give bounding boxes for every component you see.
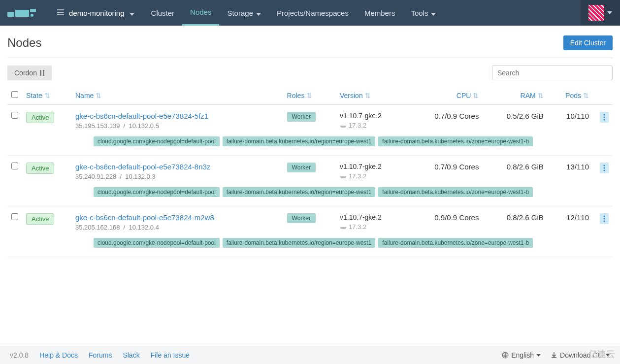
cordon-button[interactable]: Cordon xyxy=(7,66,52,80)
cordon-button-label: Cordon xyxy=(14,69,37,77)
state-badge: Active xyxy=(26,163,54,174)
col-actions xyxy=(593,86,613,105)
row-actions-button[interactable] xyxy=(600,163,609,173)
col-roles[interactable]: Roles⇅ xyxy=(283,86,336,105)
nav-storage[interactable]: Storage xyxy=(219,0,269,26)
node-label-tag: failure-domain.beta.kubernetes.io/region… xyxy=(223,136,376,146)
node-label-tag: failure-domain.beta.kubernetes.io/zone=e… xyxy=(378,238,533,248)
pods-value: 12/110 xyxy=(548,206,593,236)
k8s-version: v1.10.7-gke.2 xyxy=(340,213,403,221)
node-label-tag: cloud.google.com/gke-nodepool=default-po… xyxy=(94,136,220,146)
svg-rect-9 xyxy=(43,70,44,76)
nav-cluster[interactable]: Cluster xyxy=(143,0,183,26)
ram-value: 0.5/2.6 GiB xyxy=(483,105,547,135)
svg-point-17 xyxy=(604,218,605,220)
nav-members[interactable]: Members xyxy=(357,0,403,26)
sort-icon: ⇅ xyxy=(583,92,589,99)
pods-value: 10/110 xyxy=(548,105,593,135)
nav-tools[interactable]: Tools xyxy=(403,0,444,26)
svg-point-4 xyxy=(31,14,33,17)
svg-point-13 xyxy=(604,165,605,166)
svg-point-14 xyxy=(604,167,605,169)
node-ips: 35.205.162.168 / 10.132.0.4 xyxy=(75,224,279,231)
cluster-selector[interactable]: demo-monitoring xyxy=(48,0,143,26)
chevron-down-icon xyxy=(431,9,436,17)
col-state[interactable]: State⇅ xyxy=(22,86,71,105)
chevron-down-icon xyxy=(607,11,612,14)
table-toolbar: Cordon xyxy=(7,66,613,80)
table-row: Active gke-c-bs6cn-default-pool-e5e73824… xyxy=(7,206,613,236)
row-checkbox[interactable] xyxy=(11,112,18,119)
node-ips: 35.240.91.228 / 10.132.0.3 xyxy=(75,173,279,180)
role-badge: Worker xyxy=(287,163,316,172)
search-input[interactable] xyxy=(492,66,613,80)
node-name[interactable]: gke-c-bs6cn-default-pool-e5e73824-5fz1 xyxy=(75,112,279,120)
nav-projects[interactable]: Projects/Namespaces xyxy=(269,0,357,26)
col-name[interactable]: Name⇅ xyxy=(71,86,283,105)
labels-row: cloud.google.com/gke-nodepool=default-po… xyxy=(7,236,613,257)
svg-rect-5 xyxy=(57,9,64,10)
sort-icon: ⇅ xyxy=(96,92,101,99)
page-header: Nodes Edit Cluster xyxy=(7,35,613,50)
svg-rect-8 xyxy=(40,70,41,76)
node-label-tag: failure-domain.beta.kubernetes.io/zone=e… xyxy=(378,187,533,197)
pods-value: 13/110 xyxy=(548,156,593,186)
avatar xyxy=(588,5,604,21)
node-name[interactable]: gke-c-bs6cn-default-pool-e5e73824-m2w8 xyxy=(75,213,279,222)
ram-value: 0.8/2.6 GiB xyxy=(483,156,547,186)
table-row: Active gke-c-bs6cn-default-pool-e5e73824… xyxy=(7,156,613,186)
select-all-header[interactable] xyxy=(7,86,22,105)
docker-icon xyxy=(340,225,347,230)
col-cpu[interactable]: CPU⇅ xyxy=(407,86,483,105)
top-navbar: demo-monitoring Cluster Nodes Storage Pr… xyxy=(0,0,620,26)
sort-icon: ⇅ xyxy=(473,92,479,99)
sort-icon: ⇅ xyxy=(44,92,50,99)
col-version[interactable]: Version⇅ xyxy=(336,86,407,105)
docker-version: 17.3.2 xyxy=(340,122,403,129)
svg-rect-6 xyxy=(57,12,64,13)
edit-cluster-button[interactable]: Edit Cluster xyxy=(563,35,613,50)
docker-version: 17.3.2 xyxy=(340,172,403,180)
cpu-value: 0.7/0.9 Cores xyxy=(407,105,483,135)
nav-nodes[interactable]: Nodes xyxy=(182,0,219,26)
svg-rect-1 xyxy=(15,10,29,17)
k8s-version: v1.10.7-gke.2 xyxy=(340,112,403,120)
k8s-version: v1.10.7-gke.2 xyxy=(340,163,403,170)
nav-tools-label: Tools xyxy=(411,9,428,17)
svg-rect-0 xyxy=(7,12,14,17)
node-label-tag: cloud.google.com/gke-nodepool=default-po… xyxy=(94,238,220,248)
nav-storage-label: Storage xyxy=(227,9,253,17)
sort-icon: ⇅ xyxy=(538,92,544,99)
col-pods[interactable]: Pods⇅ xyxy=(548,86,593,105)
node-name[interactable]: gke-c-bs6cn-default-pool-e5e73824-8n3z xyxy=(75,163,279,171)
row-actions-button[interactable] xyxy=(600,213,609,224)
rancher-logo[interactable] xyxy=(7,5,41,20)
user-menu[interactable] xyxy=(581,0,620,26)
docker-icon xyxy=(340,174,347,179)
labels-row: cloud.google.com/gke-nodepool=default-po… xyxy=(7,134,613,156)
cpu-value: 0.7/0.9 Cores xyxy=(407,156,483,186)
row-checkbox[interactable] xyxy=(11,213,18,220)
svg-point-18 xyxy=(604,221,605,222)
page-title: Nodes xyxy=(7,36,41,50)
state-badge: Active xyxy=(26,112,54,123)
sort-icon: ⇅ xyxy=(306,92,312,99)
docker-version: 17.3.2 xyxy=(340,223,403,231)
svg-point-16 xyxy=(604,216,605,217)
nodes-table: State⇅ Name⇅ Roles⇅ Version⇅ CPU⇅ RAM⇅ P… xyxy=(7,86,613,257)
state-badge: Active xyxy=(26,213,54,225)
row-actions-button[interactable] xyxy=(600,112,609,123)
node-label-tag: failure-domain.beta.kubernetes.io/region… xyxy=(223,238,376,248)
divider xyxy=(7,58,613,58)
role-badge: Worker xyxy=(287,112,316,122)
select-all-checkbox[interactable] xyxy=(11,91,18,98)
node-label-tag: failure-domain.beta.kubernetes.io/zone=e… xyxy=(378,136,533,146)
chevron-down-icon xyxy=(130,9,134,17)
node-label-tag: failure-domain.beta.kubernetes.io/region… xyxy=(223,187,376,197)
row-checkbox[interactable] xyxy=(11,163,18,169)
node-ips: 35.195.153.139 / 10.132.0.5 xyxy=(75,122,279,130)
svg-point-15 xyxy=(604,170,605,171)
cluster-name: demo-monitoring xyxy=(69,9,125,17)
col-ram[interactable]: RAM⇅ xyxy=(483,86,547,105)
svg-point-12 xyxy=(604,119,605,121)
